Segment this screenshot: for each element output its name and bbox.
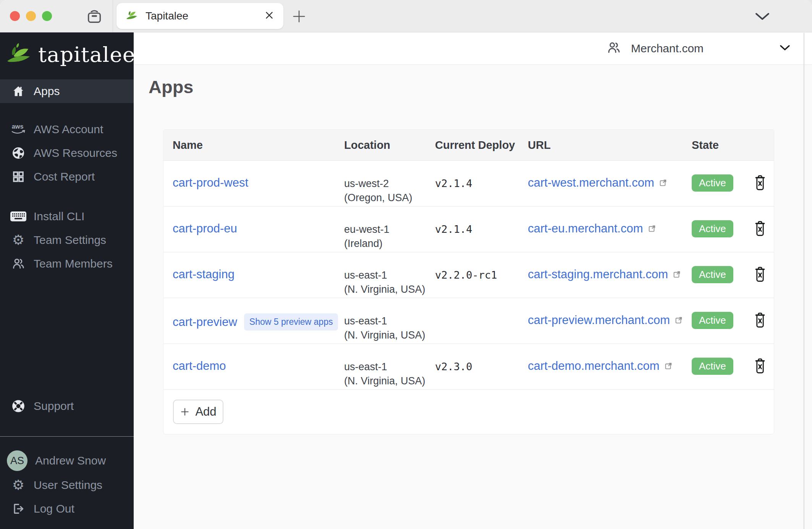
delete-app-button[interactable] <box>754 358 767 375</box>
status-badge: Active <box>692 266 733 283</box>
col-location: Location <box>344 139 435 152</box>
sidebar-item-label: Cost Report <box>34 170 95 183</box>
app-name-link[interactable]: cart-prod-west <box>173 176 248 190</box>
gear-icon: ⚙ <box>10 233 27 247</box>
table-row: cart-demo us-east-1(N. Virginia, USA) v2… <box>163 344 774 390</box>
sidebar: tapitalee Apps aws AWS Account <box>0 32 134 529</box>
sidebar-item-install-cli[interactable]: Install CLI <box>0 205 134 228</box>
trash-x-icon <box>754 358 767 374</box>
add-button-label: Add <box>195 405 216 419</box>
app-url-link[interactable]: cart-demo.merchant.com <box>528 359 673 373</box>
external-link-icon <box>648 224 656 233</box>
app-location: us-west-2(Oregon, USA) <box>344 161 435 205</box>
col-deploy: Current Deploy <box>435 139 528 152</box>
account-name: Merchant.com <box>631 42 704 55</box>
table-row: cart-prod-eu eu-west-1(Ireland) v2.1.4 c… <box>163 206 774 252</box>
svg-text:aws: aws <box>12 123 24 130</box>
avatar: AS <box>7 450 27 471</box>
minimize-window-button[interactable] <box>26 11 36 21</box>
sidebar-item-log-out[interactable]: Log Out <box>0 497 134 521</box>
brand-logo[interactable]: tapitalee <box>0 32 134 76</box>
account-selector[interactable]: Merchant.com <box>607 32 791 65</box>
delete-app-button[interactable] <box>754 266 767 284</box>
new-tab-icon[interactable] <box>291 8 307 24</box>
app-location: us-east-1(N. Virginia, USA) <box>344 298 435 342</box>
status-badge: Active <box>692 220 733 237</box>
chrome-divider <box>113 0 113 32</box>
topbar: Merchant.com <box>134 32 812 65</box>
app-deploy-version: v2.3.0 <box>435 344 528 373</box>
app-window: Tapitalee <box>0 0 812 529</box>
trash-x-icon <box>754 220 767 237</box>
plus-icon <box>180 407 190 417</box>
browser-tab[interactable]: Tapitalee <box>116 3 283 29</box>
app-deploy-version: v2.1.4 <box>435 161 528 189</box>
sidebar-item-label: AWS Account <box>34 123 103 136</box>
logout-icon <box>10 502 27 515</box>
sidebar-spacer <box>0 276 134 394</box>
sidebar-item-cost-report[interactable]: Cost Report <box>0 165 134 189</box>
app-url-link[interactable]: cart-staging.merchant.com <box>528 268 681 281</box>
leaf-logo-icon <box>6 42 34 67</box>
app-deploy-version: v2.1.4 <box>435 206 528 235</box>
app-location: us-east-1(N. Virginia, USA) <box>344 252 435 297</box>
close-window-button[interactable] <box>10 11 20 21</box>
sidebar-item-label: Team Settings <box>34 234 106 247</box>
trash-x-icon <box>754 174 767 191</box>
app-url-link[interactable]: cart-preview.merchant.com <box>528 313 683 327</box>
keyboard-icon <box>10 210 27 223</box>
gear-icon: ⚙ <box>10 478 27 492</box>
sidebar-user[interactable]: AS Andrew Snow <box>0 448 134 473</box>
show-preview-apps-chip[interactable]: Show 5 preview apps <box>244 313 338 331</box>
sidebar-item-aws-resources[interactable]: AWS Resources <box>0 141 134 165</box>
delete-app-button[interactable] <box>754 220 767 238</box>
external-link-icon <box>673 270 681 279</box>
table-row: cart-preview Show 5 preview apps us-east… <box>163 298 774 344</box>
chrome-chevron-down-icon[interactable] <box>755 12 770 22</box>
lifebuoy-icon <box>10 399 27 413</box>
app-url-link[interactable]: cart-eu.merchant.com <box>528 222 656 235</box>
status-badge: Active <box>692 358 733 375</box>
trash-x-icon <box>754 266 767 283</box>
scrollbar-track[interactable] <box>804 33 804 529</box>
external-link-icon <box>664 362 673 370</box>
app-location: eu-west-1(Ireland) <box>344 206 435 251</box>
delete-app-button[interactable] <box>754 174 767 192</box>
browser-chrome: Tapitalee <box>0 0 812 32</box>
app-name-link[interactable]: cart-staging <box>173 268 235 281</box>
sidebar-item-team-settings[interactable]: ⚙ Team Settings <box>0 228 134 252</box>
app-deploy-version <box>435 298 528 315</box>
app-name-link[interactable]: cart-preview <box>173 315 237 329</box>
people-icon <box>10 257 27 271</box>
zoom-window-button[interactable] <box>42 11 52 21</box>
col-name: Name <box>173 139 344 152</box>
table-row: cart-staging us-east-1(N. Virginia, USA)… <box>163 252 774 298</box>
col-url: URL <box>528 139 692 152</box>
main-content: Apps Name Location Current Deploy URL St… <box>134 65 812 529</box>
sidebar-item-label: Apps <box>34 85 60 98</box>
delete-app-button[interactable] <box>754 312 767 329</box>
app-name-link[interactable]: cart-prod-eu <box>173 222 237 235</box>
sidebar-item-label: Team Members <box>34 257 113 270</box>
app-location: us-east-1(N. Virginia, USA) <box>344 344 435 388</box>
tab-title: Tapitalee <box>146 10 264 22</box>
app-url-link[interactable]: cart-west.merchant.com <box>528 176 667 190</box>
sidebar-item-apps[interactable]: Apps <box>0 79 134 103</box>
col-state: State <box>692 139 754 152</box>
tab-overview-icon[interactable] <box>86 8 103 27</box>
tapitalee-favicon-icon <box>126 10 139 23</box>
aws-icon: aws <box>10 123 27 136</box>
sidebar-item-support[interactable]: Support <box>0 394 134 418</box>
table-row: cart-prod-west us-west-2(Oregon, USA) v2… <box>163 161 774 206</box>
add-app-button[interactable]: Add <box>173 400 223 424</box>
sidebar-item-user-settings[interactable]: ⚙ User Settings <box>0 473 134 497</box>
status-badge: Active <box>692 174 733 192</box>
app-name-link[interactable]: cart-demo <box>173 359 226 373</box>
close-tab-icon[interactable] <box>264 10 274 22</box>
sidebar-item-aws-account[interactable]: aws AWS Account <box>0 118 134 141</box>
table-header: Name Location Current Deploy URL State <box>163 130 774 161</box>
team-icon <box>607 40 621 56</box>
sidebar-item-label: Log Out <box>34 502 74 515</box>
table-footer: Add <box>163 390 774 434</box>
sidebar-item-team-members[interactable]: Team Members <box>0 252 134 276</box>
